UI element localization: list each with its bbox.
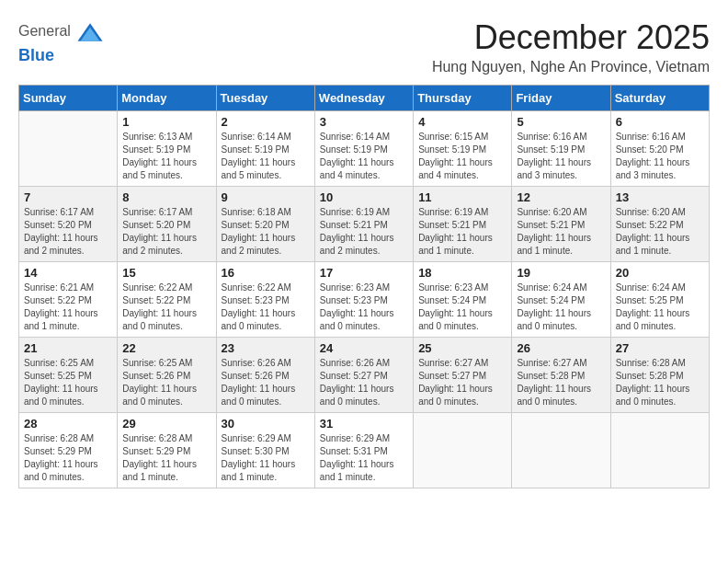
cell-sun-info: Sunrise: 6:29 AM Sunset: 5:30 PM Dayligh… (222, 432, 310, 484)
calendar-cell: 17Sunrise: 6:23 AM Sunset: 5:23 PM Dayli… (314, 262, 413, 338)
cell-sun-info: Sunrise: 6:19 AM Sunset: 5:21 PM Dayligh… (418, 206, 506, 258)
calendar-cell: 11Sunrise: 6:19 AM Sunset: 5:21 PM Dayli… (414, 187, 512, 262)
cell-day-number: 16 (222, 266, 310, 280)
calendar-cell: 28Sunrise: 6:28 AM Sunset: 5:29 PM Dayli… (19, 413, 118, 488)
calendar-cell: 30Sunrise: 6:29 AM Sunset: 5:30 PM Dayli… (216, 413, 314, 488)
cell-sun-info: Sunrise: 6:23 AM Sunset: 5:24 PM Dayligh… (418, 282, 506, 333)
cell-day-number: 7 (24, 190, 112, 204)
cell-day-number: 12 (517, 190, 605, 204)
cell-sun-info: Sunrise: 6:25 AM Sunset: 5:26 PM Dayligh… (122, 357, 210, 408)
cell-day-number: 5 (517, 115, 605, 129)
cell-sun-info: Sunrise: 6:23 AM Sunset: 5:23 PM Dayligh… (320, 282, 408, 333)
cell-day-number: 20 (616, 266, 704, 280)
calendar-cell: 22Sunrise: 6:25 AM Sunset: 5:26 PM Dayli… (118, 338, 216, 413)
calendar-cell: 31Sunrise: 6:29 AM Sunset: 5:31 PM Dayli… (314, 413, 413, 488)
location: Hung Nguyen, Nghe An Province, Vietnam (432, 59, 710, 75)
calendar-cell: 7Sunrise: 6:17 AM Sunset: 5:20 PM Daylig… (19, 187, 118, 262)
cell-day-number: 1 (122, 115, 210, 129)
calendar-cell (19, 111, 118, 187)
cell-day-number: 23 (222, 341, 310, 355)
cell-day-number: 26 (517, 341, 605, 355)
calendar-cell (610, 413, 709, 488)
calendar-cell: 26Sunrise: 6:27 AM Sunset: 5:28 PM Dayli… (512, 338, 610, 413)
calendar-week-row: 14Sunrise: 6:21 AM Sunset: 5:22 PM Dayli… (19, 262, 710, 338)
calendar-week-row: 7Sunrise: 6:17 AM Sunset: 5:20 PM Daylig… (19, 187, 710, 262)
cell-sun-info: Sunrise: 6:14 AM Sunset: 5:19 PM Dayligh… (320, 131, 408, 182)
cell-day-number: 4 (418, 115, 506, 129)
cell-sun-info: Sunrise: 6:28 AM Sunset: 5:29 PM Dayligh… (24, 432, 112, 484)
calendar-cell: 29Sunrise: 6:28 AM Sunset: 5:29 PM Dayli… (118, 413, 216, 488)
calendar-cell: 3Sunrise: 6:14 AM Sunset: 5:19 PM Daylig… (314, 111, 413, 187)
column-header-sunday: Sunday (19, 86, 118, 111)
cell-sun-info: Sunrise: 6:24 AM Sunset: 5:24 PM Dayligh… (517, 282, 605, 333)
cell-day-number: 13 (616, 190, 704, 204)
cell-day-number: 31 (320, 417, 408, 431)
cell-day-number: 22 (122, 341, 210, 355)
cell-day-number: 27 (616, 341, 704, 355)
logo-line1: General (18, 18, 104, 46)
cell-day-number: 29 (122, 417, 210, 431)
column-header-wednesday: Wednesday (314, 86, 413, 111)
cell-day-number: 9 (222, 190, 310, 204)
cell-day-number: 11 (418, 190, 506, 204)
cell-day-number: 30 (222, 417, 310, 431)
cell-day-number: 25 (418, 341, 506, 355)
cell-sun-info: Sunrise: 6:20 AM Sunset: 5:21 PM Dayligh… (517, 206, 605, 258)
cell-sun-info: Sunrise: 6:15 AM Sunset: 5:19 PM Dayligh… (418, 131, 506, 182)
calendar-cell: 21Sunrise: 6:25 AM Sunset: 5:25 PM Dayli… (19, 338, 118, 413)
calendar-cell (414, 413, 512, 488)
cell-day-number: 18 (418, 266, 506, 280)
calendar-cell: 24Sunrise: 6:26 AM Sunset: 5:27 PM Dayli… (314, 338, 413, 413)
calendar-header-row: SundayMondayTuesdayWednesdayThursdayFrid… (19, 86, 710, 111)
cell-sun-info: Sunrise: 6:27 AM Sunset: 5:27 PM Dayligh… (418, 357, 506, 408)
cell-day-number: 21 (24, 341, 112, 355)
cell-day-number: 14 (24, 266, 112, 280)
cell-sun-info: Sunrise: 6:16 AM Sunset: 5:19 PM Dayligh… (517, 131, 605, 182)
month-year: December 2025 (432, 18, 710, 57)
calendar-cell: 12Sunrise: 6:20 AM Sunset: 5:21 PM Dayli… (512, 187, 610, 262)
column-header-thursday: Thursday (414, 86, 512, 111)
cell-sun-info: Sunrise: 6:29 AM Sunset: 5:31 PM Dayligh… (320, 432, 408, 484)
calendar-cell: 19Sunrise: 6:24 AM Sunset: 5:24 PM Dayli… (512, 262, 610, 338)
calendar-cell: 15Sunrise: 6:22 AM Sunset: 5:22 PM Dayli… (118, 262, 216, 338)
calendar-table: SundayMondayTuesdayWednesdayThursdayFrid… (18, 85, 710, 488)
calendar-cell: 10Sunrise: 6:19 AM Sunset: 5:21 PM Dayli… (314, 187, 413, 262)
column-header-tuesday: Tuesday (216, 86, 314, 111)
cell-sun-info: Sunrise: 6:13 AM Sunset: 5:19 PM Dayligh… (122, 131, 210, 182)
calendar-cell: 8Sunrise: 6:17 AM Sunset: 5:20 PM Daylig… (118, 187, 216, 262)
calendar-cell: 23Sunrise: 6:26 AM Sunset: 5:26 PM Dayli… (216, 338, 314, 413)
cell-sun-info: Sunrise: 6:26 AM Sunset: 5:26 PM Dayligh… (222, 357, 310, 408)
cell-sun-info: Sunrise: 6:21 AM Sunset: 5:22 PM Dayligh… (24, 282, 112, 333)
calendar-cell: 2Sunrise: 6:14 AM Sunset: 5:19 PM Daylig… (216, 111, 314, 187)
cell-sun-info: Sunrise: 6:28 AM Sunset: 5:29 PM Dayligh… (122, 432, 210, 484)
calendar-cell: 27Sunrise: 6:28 AM Sunset: 5:28 PM Dayli… (610, 338, 709, 413)
cell-sun-info: Sunrise: 6:19 AM Sunset: 5:21 PM Dayligh… (320, 206, 408, 258)
calendar-week-row: 1Sunrise: 6:13 AM Sunset: 5:19 PM Daylig… (19, 111, 710, 187)
calendar-cell: 4Sunrise: 6:15 AM Sunset: 5:19 PM Daylig… (414, 111, 512, 187)
cell-sun-info: Sunrise: 6:24 AM Sunset: 5:25 PM Dayligh… (616, 282, 704, 333)
cell-sun-info: Sunrise: 6:28 AM Sunset: 5:28 PM Dayligh… (616, 357, 704, 408)
page-header: General Blue December 2025 Hung Nguyen, … (18, 18, 710, 75)
cell-sun-info: Sunrise: 6:25 AM Sunset: 5:25 PM Dayligh… (24, 357, 112, 408)
column-header-monday: Monday (118, 86, 216, 111)
calendar-cell: 20Sunrise: 6:24 AM Sunset: 5:25 PM Dayli… (610, 262, 709, 338)
cell-sun-info: Sunrise: 6:16 AM Sunset: 5:20 PM Dayligh… (616, 131, 704, 182)
calendar-cell: 1Sunrise: 6:13 AM Sunset: 5:19 PM Daylig… (118, 111, 216, 187)
cell-sun-info: Sunrise: 6:20 AM Sunset: 5:22 PM Dayligh… (616, 206, 704, 258)
cell-sun-info: Sunrise: 6:26 AM Sunset: 5:27 PM Dayligh… (320, 357, 408, 408)
logo-icon (76, 18, 104, 46)
cell-day-number: 3 (320, 115, 408, 129)
calendar-cell: 14Sunrise: 6:21 AM Sunset: 5:22 PM Dayli… (19, 262, 118, 338)
calendar-cell: 25Sunrise: 6:27 AM Sunset: 5:27 PM Dayli… (414, 338, 512, 413)
cell-day-number: 6 (616, 115, 704, 129)
cell-sun-info: Sunrise: 6:27 AM Sunset: 5:28 PM Dayligh… (517, 357, 605, 408)
calendar-cell (512, 413, 610, 488)
title-block: December 2025 Hung Nguyen, Nghe An Provi… (432, 18, 710, 75)
calendar-cell: 5Sunrise: 6:16 AM Sunset: 5:19 PM Daylig… (512, 111, 610, 187)
calendar-cell: 6Sunrise: 6:16 AM Sunset: 5:20 PM Daylig… (610, 111, 709, 187)
cell-sun-info: Sunrise: 6:17 AM Sunset: 5:20 PM Dayligh… (122, 206, 210, 258)
calendar-cell: 16Sunrise: 6:22 AM Sunset: 5:23 PM Dayli… (216, 262, 314, 338)
logo: General Blue (18, 18, 104, 65)
cell-day-number: 28 (24, 417, 112, 431)
cell-day-number: 10 (320, 190, 408, 204)
